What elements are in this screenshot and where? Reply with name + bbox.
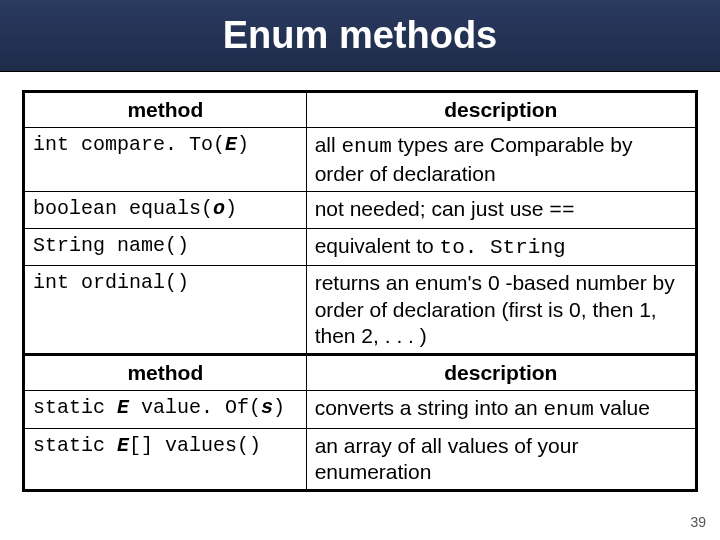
slide-title: Enum methods <box>223 14 497 57</box>
header-method: method <box>24 92 307 128</box>
desc-cell: all enum types are Comparable by order o… <box>306 128 696 192</box>
method-cell: boolean equals(o) <box>24 191 307 228</box>
content-area: method description int compare. To(E) al… <box>0 72 720 492</box>
method-cell: int ordinal() <box>24 266 307 355</box>
header-description: description <box>306 355 696 391</box>
page-number: 39 <box>690 514 706 530</box>
methods-table: method description int compare. To(E) al… <box>22 90 698 492</box>
header-method: method <box>24 355 307 391</box>
table-row: int compare. To(E) all enum types are Co… <box>24 128 697 192</box>
table-row: int ordinal() returns an enum's 0 -based… <box>24 266 697 355</box>
table-row: static E value. Of(s) converts a string … <box>24 391 697 428</box>
table-header-row: method description <box>24 92 697 128</box>
desc-cell: returns an enum's 0 -based number by ord… <box>306 266 696 355</box>
table-row: static E[] values() an array of all valu… <box>24 428 697 491</box>
desc-cell: converts a string into an enum value <box>306 391 696 428</box>
desc-cell: an array of all values of your enumerati… <box>306 428 696 491</box>
method-cell: String name() <box>24 229 307 266</box>
table-row: boolean equals(o) not needed; can just u… <box>24 191 697 228</box>
header-description: description <box>306 92 696 128</box>
title-bar: Enum methods <box>0 0 720 72</box>
desc-cell: equivalent to to. String <box>306 229 696 266</box>
method-cell: static E value. Of(s) <box>24 391 307 428</box>
method-cell: int compare. To(E) <box>24 128 307 192</box>
method-cell: static E[] values() <box>24 428 307 491</box>
table-row: String name() equivalent to to. String <box>24 229 697 266</box>
table-header-row: method description <box>24 355 697 391</box>
desc-cell: not needed; can just use == <box>306 191 696 228</box>
